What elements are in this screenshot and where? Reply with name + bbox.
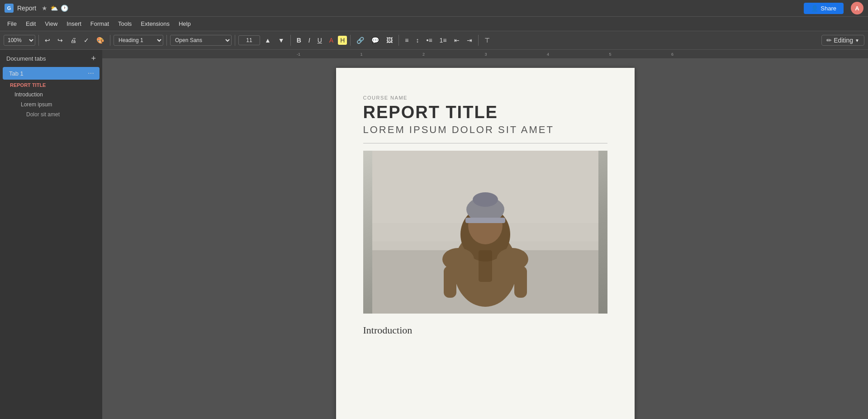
toolbar-separator-7: [398, 35, 399, 46]
undo-button[interactable]: ↩: [42, 35, 53, 46]
numbered-list-button[interactable]: 1≡: [437, 35, 450, 46]
toolbar: 100% 75% 125% 150% ↩ ↪ 🖨 ✓ 🎨 Heading 1 H…: [0, 31, 868, 50]
menu-item-edit[interactable]: Edit: [21, 19, 40, 29]
outline-item-0[interactable]: REPORT TITLE: [0, 81, 102, 90]
svg-point-8: [473, 192, 498, 207]
menu-item-extensions[interactable]: Extensions: [136, 19, 174, 29]
person-svg: [372, 151, 598, 314]
toolbar-separator-3: [166, 35, 167, 46]
course-name: COURSE NAME: [363, 95, 607, 100]
menu-item-help[interactable]: Help: [174, 19, 195, 29]
svg-rect-10: [479, 250, 492, 282]
highlight-button[interactable]: H: [338, 36, 347, 45]
document-canvas: COURSE NAME REPORT TITLE LOREM IPSUM DOL…: [102, 59, 868, 419]
outline-item-1[interactable]: Introduction: [0, 90, 102, 100]
outline-item-2[interactable]: Lorem ipsum: [0, 100, 102, 110]
underline-button[interactable]: U: [315, 35, 325, 46]
tab-1-label: Tab 1: [9, 70, 87, 77]
font-size-up-button[interactable]: ▲: [262, 35, 274, 46]
menubar: FileEditViewInsertFormatToolsExtensionsH…: [0, 16, 868, 31]
editing-mode-button[interactable]: ✏ Editing ▼: [821, 35, 864, 46]
font-size-input[interactable]: [238, 35, 260, 45]
align-button[interactable]: ≡: [402, 35, 411, 46]
menu-item-view[interactable]: View: [40, 19, 62, 29]
toolbar-separator-1: [38, 35, 39, 46]
menu-item-insert[interactable]: Insert: [62, 19, 86, 29]
sidebar: Document tabs + Tab 1 ⋯ REPORT TITLEIntr…: [0, 50, 102, 419]
svg-rect-14: [514, 266, 527, 298]
ruler-marks: -1 1 2 3 4 5 6: [102, 52, 868, 57]
bullet-list-button[interactable]: •≡: [424, 35, 435, 46]
line-spacing-button[interactable]: ↕: [413, 35, 422, 46]
menu-item-format[interactable]: Format: [86, 19, 114, 29]
svg-rect-9: [465, 218, 505, 223]
title-divider: [363, 143, 607, 143]
menu-item-tools[interactable]: Tools: [114, 19, 136, 29]
outline-list: REPORT TITLEIntroductionLorem ipsumDolor…: [0, 81, 102, 119]
font-size-down-button[interactable]: ▼: [275, 35, 287, 46]
italic-button[interactable]: I: [306, 35, 313, 46]
spellcheck-button[interactable]: ✓: [81, 35, 92, 46]
toolbar-separator-5: [290, 35, 291, 46]
avatar[interactable]: A: [851, 2, 863, 14]
svg-rect-13: [444, 266, 456, 298]
sidebar-tab-1[interactable]: Tab 1 ⋯: [3, 67, 100, 80]
chevron-down-icon: ▼: [855, 38, 859, 43]
cover-image: [363, 151, 607, 314]
document-title: Report: [17, 5, 36, 12]
ruler: -1 1 2 3 4 5 6: [102, 50, 868, 59]
toolbar-separator-2: [110, 35, 110, 46]
editing-label: Editing: [834, 37, 853, 44]
intro-heading: Introduction: [363, 324, 607, 336]
editing-icon: ✏: [826, 37, 832, 44]
report-title: REPORT TITLE: [363, 103, 607, 122]
title-icons: ★ ⛅ 🕐: [42, 5, 68, 12]
star-icon[interactable]: ★: [42, 5, 47, 12]
document-tabs-label: Document tabs: [6, 55, 46, 62]
image-button[interactable]: 🖼: [384, 35, 395, 46]
paintbucket-button[interactable]: 🎨: [94, 35, 107, 46]
document-page[interactable]: COURSE NAME REPORT TITLE LOREM IPSUM DOL…: [336, 68, 635, 419]
outline-item-3[interactable]: Dolor sit amet: [0, 110, 102, 119]
decrease-indent-button[interactable]: ⇤: [451, 35, 462, 46]
font-select[interactable]: Open Sans Arial Times New Roman: [170, 35, 232, 46]
main-area: Document tabs + Tab 1 ⋯ REPORT TITLEIntr…: [0, 50, 868, 419]
content-area: -1 1 2 3 4 5 6 COURSE NAME REPORT TITLE …: [102, 50, 868, 419]
doc-subtitle: LOREM IPSUM DOLOR SIT AMET: [363, 124, 607, 136]
toolbar-separator-8: [478, 35, 479, 46]
share-button[interactable]: 👤 Share: [804, 3, 844, 14]
cloud-save-icon[interactable]: ⛅: [50, 5, 58, 12]
zoom-select[interactable]: 100% 75% 125% 150%: [4, 35, 35, 46]
heading-select[interactable]: Heading 1 Heading 2 Heading 3 Normal tex…: [114, 35, 163, 46]
add-tab-button[interactable]: +: [91, 54, 96, 62]
history-icon[interactable]: 🕐: [61, 5, 68, 12]
toolbar-separator-6: [350, 35, 351, 46]
bold-button[interactable]: B: [294, 35, 304, 46]
increase-indent-button[interactable]: ⇥: [464, 35, 475, 46]
app-icon: G: [5, 4, 14, 13]
toolbar-separator-4: [235, 35, 235, 46]
share-icon: 👤: [811, 5, 818, 12]
share-label: Share: [821, 5, 836, 12]
titlebar: G Report ★ ⛅ 🕐 👤 Share A: [0, 0, 868, 16]
clear-formatting-button[interactable]: ⊤: [482, 35, 493, 46]
redo-button[interactable]: ↪: [55, 35, 66, 46]
comment-button[interactable]: 💬: [369, 35, 382, 46]
link-button[interactable]: 🔗: [354, 35, 367, 46]
sidebar-header: Document tabs +: [0, 50, 102, 67]
tab-more-button[interactable]: ⋯: [87, 70, 95, 77]
print-button[interactable]: 🖨: [67, 35, 79, 46]
text-color-button[interactable]: A: [327, 35, 336, 46]
menu-item-file[interactable]: File: [3, 19, 21, 29]
